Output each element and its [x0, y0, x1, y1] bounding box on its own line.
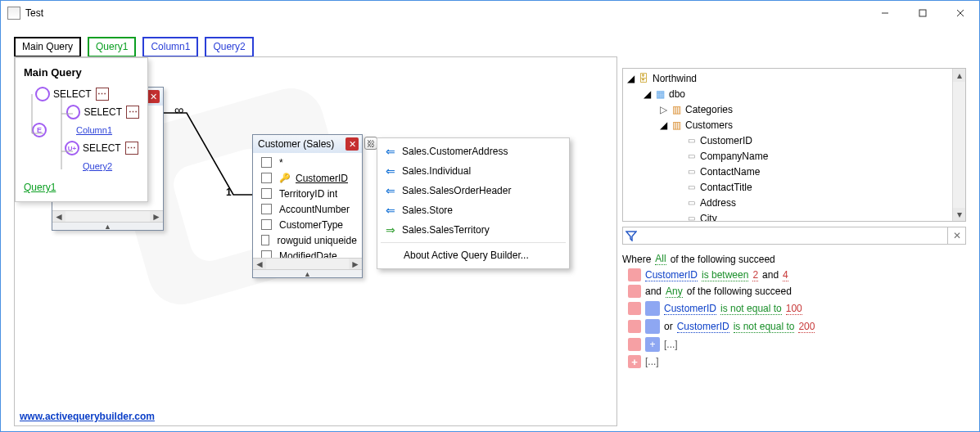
column-checkbox[interactable] — [261, 188, 272, 199]
crit-cond[interactable]: or CustomerID is not equal to 200 — [622, 317, 966, 335]
menu-item[interactable]: ⇐Sales.SalesOrderHeader — [377, 181, 569, 200]
tree-row-select-child2[interactable]: U+ SELECT ⋯ — [24, 139, 139, 157]
column-checkbox[interactable] — [261, 157, 272, 168]
value-4[interactable]: 200 — [798, 321, 815, 333]
query-canvas[interactable]: ✕ ◄► ▲ ∞ 1 — [14, 56, 617, 426]
crit-group[interactable]: and Any of the following succeed — [622, 283, 966, 299]
remove-cond-button[interactable] — [628, 268, 641, 281]
add-cond-button[interactable]: + — [645, 337, 660, 352]
crit-add-outer[interactable]: + [...] — [622, 353, 966, 370]
column-checkbox[interactable] — [261, 173, 272, 183]
right-panels: ◢ 🗄 Northwind ◢ ▦ dbo ▷ ▥ Categories — [622, 68, 966, 426]
menu-item[interactable]: ⇐Sales.Store — [377, 200, 569, 220]
menu-item[interactable]: ⇐Sales.CustomerAddress — [377, 142, 569, 161]
schema-node[interactable]: ◢ ▦ dbo — [623, 86, 952, 101]
twisty-open-icon[interactable]: ◢ — [626, 74, 635, 83]
expand-handle[interactable]: ▲ — [253, 269, 362, 277]
remove-group-button[interactable] — [628, 285, 641, 298]
tab-query2[interactable]: Query2 — [205, 37, 253, 57]
column-row: AccountNumber — [255, 201, 360, 217]
expand-handle[interactable]: ▲ — [52, 222, 163, 230]
schema-icon: ▦ — [654, 88, 666, 100]
twisty-open-icon[interactable]: ◢ — [643, 90, 651, 98]
minimize-button[interactable] — [866, 1, 904, 25]
crit-cond[interactable]: CustomerID is between 2 and 4 — [622, 267, 966, 283]
op-pick[interactable]: is between — [702, 269, 748, 281]
column-checkbox[interactable] — [261, 250, 272, 258]
menu-item-about[interactable]: About Active Query Builder... — [377, 245, 569, 265]
op-pick[interactable]: is not equal to — [720, 303, 782, 315]
close-icon[interactable]: ✕ — [147, 90, 160, 103]
field-pick[interactable]: CustomerID — [677, 321, 729, 333]
column-node[interactable]: ▭Address — [623, 195, 952, 210]
tab-query1[interactable]: Query1 — [88, 37, 136, 57]
menu-item[interactable]: ⇒Sales.SalesTerritory — [377, 220, 569, 240]
close-icon[interactable]: ✕ — [345, 137, 359, 151]
query1-link[interactable]: Query1 — [24, 182, 56, 193]
table-node[interactable]: ◢ ▥ Customers — [623, 117, 952, 133]
field-pick[interactable]: CustomerID — [664, 303, 716, 315]
column-node[interactable]: ▭City — [623, 210, 952, 221]
table-title: Customer (Sales) — [258, 138, 334, 150]
crit-root[interactable]: Where All of the following succeed — [622, 251, 966, 267]
database-icon: 🗄 — [638, 73, 649, 84]
column-node[interactable]: ▭CustomerID — [623, 133, 952, 148]
ellipsis-button[interactable]: ⋯ — [126, 106, 139, 119]
table-node[interactable]: ▷ ▥ Categories — [623, 101, 952, 117]
all-any-toggle[interactable]: All — [655, 253, 666, 265]
vscrollbar[interactable]: ▴ ▾ — [952, 69, 965, 221]
value-2[interactable]: 4 — [783, 269, 788, 281]
ellipsis-button[interactable]: ⋯ — [125, 142, 138, 155]
clear-filter-button[interactable]: ✕ — [948, 227, 966, 245]
table-box-customer[interactable]: Customer (Sales) ✕ * 🔑CustomerID Territo… — [252, 134, 363, 278]
table-icon: ▥ — [671, 104, 682, 115]
tree-row-e[interactable]: E Column1 — [24, 121, 139, 139]
add-cond-button[interactable]: + — [628, 355, 641, 368]
menu-item[interactable]: ⇐Sales.Individual — [377, 161, 569, 181]
db-node[interactable]: ◢ 🗄 Northwind — [623, 70, 952, 86]
column-checkbox[interactable] — [261, 235, 269, 245]
select-node-icon — [66, 105, 81, 119]
tree-row-select-child1[interactable]: SELECT ⋯ — [24, 103, 139, 121]
field-pick[interactable]: CustomerID — [645, 269, 698, 281]
ellipsis-button[interactable]: ⋯ — [96, 88, 109, 101]
crit-cond[interactable]: CustomerID is not equal to 100 — [622, 299, 966, 317]
tree-row-select-root[interactable]: SELECT ⋯ — [24, 85, 139, 103]
query2-link[interactable]: Query2 — [83, 161, 112, 171]
column-checkbox[interactable] — [261, 219, 272, 230]
dropdown-heading: Main Query — [24, 66, 139, 79]
filter-input[interactable] — [622, 227, 948, 245]
column-node[interactable]: ▭CompanyName — [623, 148, 952, 164]
scroll-up-button[interactable]: ▴ — [953, 69, 965, 82]
relation-handle[interactable]: ⛓ — [364, 137, 377, 150]
hscrollbar[interactable]: ◄► — [52, 210, 163, 222]
remove-cond-button[interactable] — [645, 301, 660, 316]
column-node[interactable]: ▭ContactTitle — [623, 179, 952, 195]
twisty-closed-icon[interactable]: ▷ — [659, 106, 667, 114]
client-area: Main Query Query1 Column1 Query2 ✕ — [1, 25, 979, 431]
subquery-dropdown[interactable]: Main Query SELECT ⋯ — [15, 57, 148, 202]
column1-link[interactable]: Column1 — [76, 125, 112, 135]
footer-link[interactable]: www.activequerybuilder.com — [20, 411, 155, 422]
tab-main-query[interactable]: Main Query — [14, 37, 81, 57]
column-checkbox[interactable] — [261, 204, 272, 214]
cardinality-many: ∞ — [174, 103, 183, 118]
twisty-open-icon[interactable]: ◢ — [659, 121, 667, 129]
value-3[interactable]: 100 — [786, 303, 802, 315]
schema-tree[interactable]: ◢ 🗄 Northwind ◢ ▦ dbo ▷ ▥ Categories — [623, 69, 952, 221]
all-any-toggle[interactable]: Any — [666, 286, 683, 298]
close-button[interactable] — [942, 1, 979, 25]
remove-cond-button[interactable] — [645, 319, 660, 334]
crit-add-inner[interactable]: + [...] — [622, 335, 966, 353]
column-row: TerritoryID int — [255, 186, 360, 201]
maximize-button[interactable] — [904, 1, 942, 25]
arrow-left-icon: ⇐ — [386, 164, 395, 178]
scroll-down-button[interactable]: ▾ — [953, 208, 965, 221]
op-pick[interactable]: is not equal to — [734, 321, 795, 333]
table-icon: ▥ — [671, 119, 682, 131]
select-node-icon — [35, 87, 50, 101]
hscrollbar[interactable]: ◄► — [253, 258, 362, 269]
tab-column1[interactable]: Column1 — [142, 37, 198, 57]
column-node[interactable]: ▭ContactName — [623, 164, 952, 179]
value-1[interactable]: 2 — [752, 269, 758, 281]
